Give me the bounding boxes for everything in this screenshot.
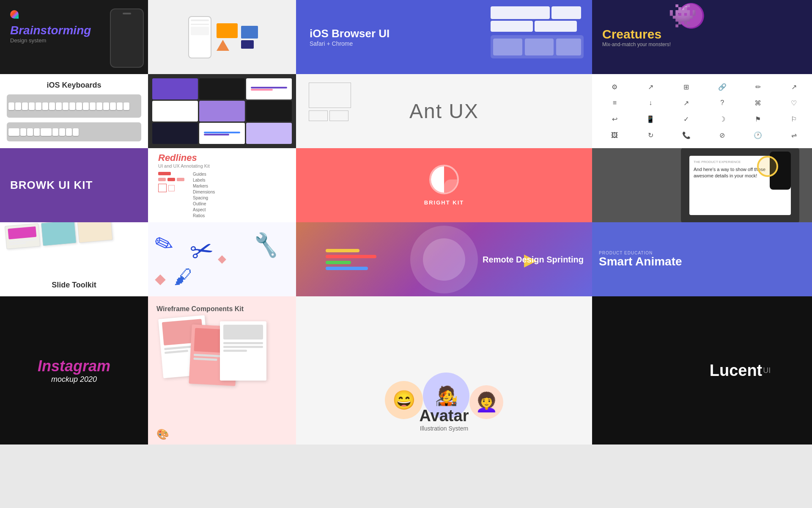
presentation-grid	[148, 74, 296, 148]
flag2-icon: ⚐	[776, 112, 812, 127]
rl-line	[177, 178, 184, 181]
phone-icon: 📱	[633, 112, 668, 127]
key	[69, 102, 75, 110]
pres-cell	[199, 101, 245, 122]
card-design-tools[interactable]: ✏ ✂ 🔧 🖌	[148, 222, 296, 296]
key	[20, 128, 26, 136]
figma-logo-sm: 🎨	[156, 428, 169, 440]
card-icons[interactable]: ⚙ ↗ ⊞ 🔗 ✏ ↗ / ☰ ≡ ↓ ↗ ? ⌘ ♡ 📍 💬 ↩ 📱 ✓ ☽ …	[592, 74, 812, 148]
bar-red	[326, 255, 376, 258]
avatar-face3: 👩‍🦱	[469, 385, 503, 419]
key	[34, 128, 40, 136]
key	[8, 102, 14, 110]
tag-icon: ⌘	[741, 95, 776, 110]
key	[76, 102, 82, 110]
key	[83, 102, 89, 110]
ant-ux-title: Ant UX	[409, 99, 479, 123]
card-lucent[interactable]: LucentUI	[592, 296, 812, 444]
card-product-experience[interactable]: THE PRODUCT EXPERIENCE And here's a way …	[592, 148, 812, 222]
pres-cell	[246, 78, 292, 99]
bar-yellow	[326, 249, 359, 252]
card-slide-toolkit[interactable]: Slide Toolkit	[0, 222, 148, 296]
moon-icon: ☽	[705, 112, 740, 127]
pres-cell	[152, 101, 198, 122]
card-avatar[interactable]: 😄 🧑‍🎤 👩‍🦱 Avatar Illustration System	[296, 296, 592, 444]
card-ant-ux[interactable]: Ant UX	[296, 74, 592, 148]
question-icon: ?	[705, 95, 740, 110]
smart-animate-label: Product Education	[599, 251, 682, 255]
key	[27, 128, 33, 136]
avatar-subtitle: Illustration System	[420, 425, 468, 432]
card-presentation[interactable]	[148, 74, 296, 148]
avatar-char3: 👩‍🦱	[469, 385, 503, 419]
clock-icon: 🕐	[741, 128, 776, 143]
wireframe-kit-title: Wireframe Components Kit	[156, 305, 288, 314]
card-ios-browser[interactable]: iOS Browser UI Safari + Chrome	[296, 0, 592, 74]
instagram-title-part1: Instagram	[38, 357, 110, 375]
rl-item: Labels	[193, 178, 215, 182]
key	[59, 128, 65, 136]
key-wide	[41, 128, 52, 136]
key	[49, 102, 55, 110]
slide-toolkit-title: Slide Toolkit	[7, 281, 141, 290]
card-ios-keyboards[interactable]: iOS Keyboards	[0, 74, 148, 148]
laptop-mockup: THE PRODUCT EXPERIENCE And here's a way …	[681, 148, 799, 222]
redlines-title: Redlines	[158, 152, 286, 163]
key	[96, 102, 102, 110]
key	[123, 102, 129, 110]
rl-box	[168, 185, 175, 191]
card-creatures[interactable]: Creatures Mix-and-match your monsters! 🟣…	[592, 0, 812, 74]
smart-animate-left: Product Education Smart Animate	[599, 229, 682, 290]
card-bright-kit[interactable]: BRIGHT KIT	[296, 148, 592, 222]
undo-icon: ↩	[597, 112, 632, 127]
diagonal-icon: ↗	[669, 95, 704, 110]
pres-cell	[199, 123, 245, 144]
card-smart-animate[interactable]: Product Education Smart Animate App	[592, 222, 812, 296]
card-brainstorming[interactable]: Brainstorming Design system	[0, 0, 148, 74]
redlines-markers	[158, 172, 184, 218]
key	[22, 102, 28, 110]
key	[73, 128, 79, 136]
smart-animate-title: Smart Animate	[599, 255, 682, 268]
phone-mockup	[110, 8, 144, 68]
purple-monster-icon: 👾	[668, 2, 697, 30]
key	[103, 102, 109, 110]
wk-page3	[220, 321, 266, 381]
check-circle-icon: ✓	[669, 112, 704, 127]
slide-mock	[5, 223, 40, 249]
brush-icon: 🖌	[173, 265, 193, 289]
key	[66, 128, 72, 136]
card-wireframes[interactable]	[148, 0, 296, 74]
link-icon: 🔗	[705, 79, 740, 94]
card-redlines[interactable]: Redlines UI and UX Annotating Kit Guides…	[148, 148, 296, 222]
card-browk[interactable]: BROWK UI KIT	[0, 148, 148, 222]
remote-bars	[326, 249, 376, 270]
download-icon: ↓	[633, 95, 668, 110]
lucent-title: Lucent	[710, 362, 763, 379]
bar-green	[326, 261, 351, 264]
circle-inner	[423, 238, 465, 281]
wireframe-kit-mocks	[156, 317, 288, 436]
avatar-char1: 😄	[385, 381, 423, 419]
pencil-icon: ✏	[150, 228, 179, 260]
instagram-logo: Instagram	[38, 357, 110, 375]
bright-kit-logo	[429, 165, 459, 194]
key	[56, 102, 62, 110]
key	[90, 102, 96, 110]
filter-icon: ⊘	[705, 128, 740, 143]
rl-item: Outline	[193, 202, 215, 206]
avatar-title: Avatar	[420, 407, 469, 425]
shuffle-icon: ⇌	[776, 128, 812, 143]
diamond-icon	[155, 274, 165, 285]
card-remote-sprinting[interactable]: ▶ Remote Design Sprinting	[296, 222, 592, 296]
wireframe-phone	[188, 16, 211, 58]
slide-mock	[41, 222, 77, 246]
lucent-ui-suffix: UI	[763, 366, 771, 375]
rl-item: Ratios	[193, 213, 215, 218]
card-wireframe-kit[interactable]: Wireframe Components Kit	[148, 296, 296, 444]
image-icon: 🖼	[597, 128, 632, 143]
card-instagram[interactable]: Instagram mockup 2020	[0, 296, 148, 444]
call-icon: 📞	[669, 128, 704, 143]
rotate-icon: ↻	[633, 128, 668, 143]
key	[36, 102, 41, 110]
